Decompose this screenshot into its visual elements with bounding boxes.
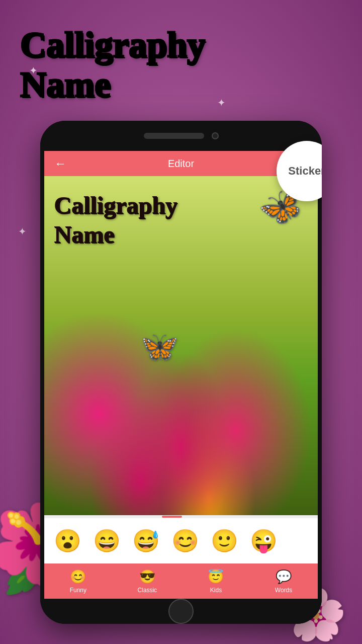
phone-top-bar — [40, 121, 322, 151]
phone-screen: ← Editor Calligraphy Name 🦋 🦋 😮 😄 😅 � — [44, 151, 318, 599]
funny-icon: 😊 — [70, 569, 86, 585]
sticker-item-0[interactable]: 😮 — [49, 523, 85, 559]
sticker-item-1[interactable]: 😄 — [88, 523, 125, 559]
classic-icon: 😎 — [139, 569, 155, 585]
app-title: Calligraphy Name — [20, 25, 205, 105]
funny-label: Funny — [70, 587, 86, 594]
nav-tab-kids[interactable]: 😇 Kids — [208, 569, 224, 594]
sticker-item-2[interactable]: 😅 — [128, 523, 164, 559]
nav-tab-classic[interactable]: 😎 Classic — [137, 569, 157, 594]
nav-tab-words[interactable]: 💬 Words — [275, 569, 292, 594]
phone-camera — [212, 132, 219, 139]
butterfly-sticker-2[interactable]: 🦋 — [137, 326, 180, 367]
phone-speaker — [144, 133, 204, 139]
scroll-indicator — [44, 515, 318, 518]
words-label: Words — [275, 587, 292, 594]
bottom-nav: 😊 Funny 😎 Classic 😇 Kids 💬 Words — [44, 564, 318, 599]
editor-title: Editor — [168, 158, 194, 170]
sticker-row: 😮 😄 😅 😊 🙂 😜 — [44, 518, 318, 564]
sticker-item-5[interactable]: 😜 — [245, 523, 282, 559]
phone-frame: Sticker ← Editor Calligraphy Name 🦋 🦋 — [40, 121, 322, 624]
sticker-item-4[interactable]: 🙂 — [206, 523, 242, 559]
classic-label: Classic — [137, 587, 157, 594]
home-button[interactable] — [168, 599, 194, 624]
canvas-area: Calligraphy Name 🦋 🦋 — [44, 176, 318, 515]
scroll-thumb — [162, 516, 182, 518]
words-icon: 💬 — [276, 569, 292, 585]
phone-bottom-bar — [40, 599, 322, 624]
nav-tab-funny[interactable]: 😊 Funny — [70, 569, 86, 594]
kids-icon: 😇 — [208, 569, 224, 585]
kids-label: Kids — [210, 587, 222, 594]
sticker-item-3[interactable]: 😊 — [167, 523, 203, 559]
back-button[interactable]: ← — [54, 156, 66, 171]
canvas-calligraphy-text[interactable]: Calligraphy Name — [54, 191, 177, 249]
